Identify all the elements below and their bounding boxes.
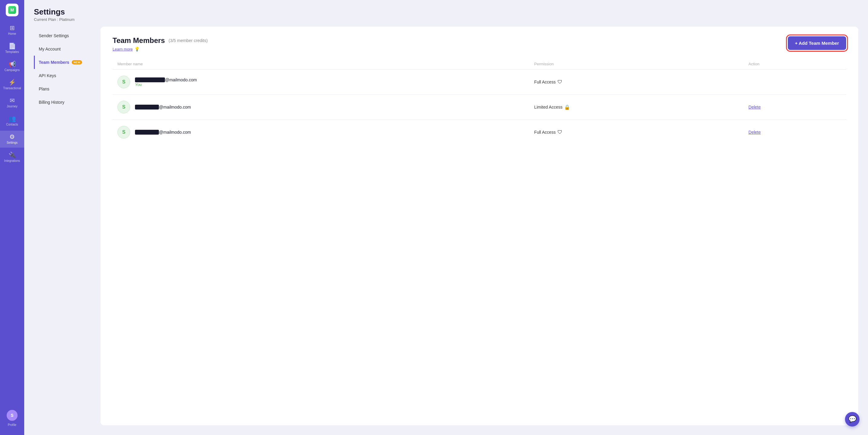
permission-cell: Full Access 🛡 [534, 130, 739, 135]
member-cell-1: S ██████████@mailmodo.com You [113, 70, 529, 95]
action-cell-2: Delete [744, 95, 846, 120]
member-email: ████████@mailmodo.com [135, 105, 191, 109]
member-email: ████████@mailmodo.com [135, 130, 191, 135]
member-cell: S ██████████@mailmodo.com You [117, 76, 525, 88]
nav-item-my-account[interactable]: My Account [34, 42, 100, 56]
member-info: ████████@mailmodo.com [135, 105, 191, 109]
sidebar-item-home[interactable]: ⊞ Home [0, 22, 24, 39]
sidebar-item-contacts[interactable]: 👥 Contacts [0, 112, 24, 130]
sidebar-item-label: Settings [7, 141, 18, 144]
member-cell-3: S ████████@mailmodo.com [113, 120, 529, 145]
page-subtitle: Current Plan : Platinum [34, 17, 858, 22]
add-team-member-button[interactable]: + Add Team Member [788, 36, 846, 50]
table-row: S ██████████@mailmodo.com You Full Acces… [113, 70, 846, 95]
sidebar-item-templates[interactable]: 📄 Templates [0, 40, 24, 57]
member-cell: S ████████@mailmodo.com [117, 126, 525, 138]
logo-letter: M [10, 7, 14, 12]
panel-title-area: Team Members (3/5 member credits) Learn … [113, 36, 208, 52]
app-logo[interactable]: M [6, 4, 19, 16]
member-you-label: You [135, 82, 197, 87]
col-member-name: Member name [113, 59, 529, 70]
member-email: ██████████@mailmodo.com [135, 77, 197, 82]
profile-label: Profile [8, 423, 17, 427]
sidebar-item-label: Contacts [6, 123, 18, 127]
email-domain: @mailmodo.com [165, 77, 197, 82]
nav-item-plans[interactable]: Plans [34, 82, 100, 96]
avatar[interactable]: S [7, 410, 18, 421]
nav-label: My Account [39, 46, 61, 52]
permission-icon: 🔒 [564, 104, 570, 110]
permission-label: Full Access [534, 79, 556, 85]
avatar-letter: S [10, 413, 13, 418]
member-credits: (3/5 member credits) [168, 38, 208, 43]
permission-cell-3: Full Access 🛡 [529, 120, 744, 145]
sidebar-item-label: Journey [7, 105, 18, 108]
email-domain: @mailmodo.com [159, 105, 191, 109]
table-row: S ████████@mailmodo.com Full Access 🛡 De… [113, 120, 846, 145]
member-cell-2: S ████████@mailmodo.com [113, 95, 529, 120]
col-action: Action [744, 59, 846, 70]
action-cell-3: Delete [744, 120, 846, 145]
nav-label: Sender Settings [39, 33, 69, 38]
permission-icon: 🛡 [557, 79, 562, 85]
panel-header: Team Members (3/5 member credits) Learn … [113, 36, 846, 52]
permission-cell-1: Full Access 🛡 [529, 70, 744, 95]
campaigns-icon: 📢 [8, 61, 16, 67]
sidebar-bottom: S Profile [0, 407, 24, 431]
members-table: Member name Permission Action S ████████… [113, 59, 846, 144]
settings-nav: Sender Settings My Account Team Members … [34, 27, 100, 425]
home-icon: ⊞ [10, 25, 15, 31]
settings-panel: Team Members (3/5 member credits) Learn … [100, 27, 858, 425]
nav-label: Plans [39, 87, 49, 91]
learn-more-row: Learn more 💡 [113, 46, 208, 52]
permission-label: Full Access [534, 130, 556, 135]
permission-cell: Limited Access 🔒 [534, 104, 739, 110]
email-redacted: ██████████ [135, 77, 165, 82]
member-avatar: S [117, 126, 130, 138]
member-info: ████████@mailmodo.com [135, 130, 191, 135]
email-domain: @mailmodo.com [159, 130, 191, 135]
member-info: ██████████@mailmodo.com You [135, 77, 197, 87]
nav-item-billing-history[interactable]: Billing History [34, 96, 100, 109]
sidebar-item-label: Campaigns [4, 68, 20, 72]
settings-icon: ⚙ [9, 134, 15, 140]
bulb-icon: 💡 [134, 46, 140, 52]
permission-cell: Full Access 🛡 [534, 79, 739, 85]
contacts-icon: 👥 [8, 115, 16, 122]
sidebar-item-label: Transactional [3, 87, 21, 90]
integrations-icon: 🔌 [8, 152, 16, 158]
learn-more-link[interactable]: Learn more [113, 47, 132, 52]
sidebar-item-label: Home [8, 32, 17, 36]
transactional-icon: ⚡ [8, 79, 16, 85]
sidebar-item-campaigns[interactable]: 📢 Campaigns [0, 58, 24, 75]
sidebar-item-journey[interactable]: ✉ Journey [0, 94, 24, 111]
permission-label: Limited Access [534, 105, 562, 109]
nav-item-api-keys[interactable]: API Keys [34, 69, 100, 82]
panel-title: Team Members [113, 36, 165, 45]
sidebar-item-integrations[interactable]: 🔌 Integrations [0, 149, 24, 166]
member-avatar: S [117, 101, 130, 113]
sidebar: M ⊞ Home 📄 Templates 📢 Campaigns ⚡ Trans… [0, 0, 24, 435]
nav-item-team-members[interactable]: Team Members NEW [34, 56, 100, 69]
sidebar-nav: ⊞ Home 📄 Templates 📢 Campaigns ⚡ Transac… [0, 22, 24, 407]
sidebar-item-label: Integrations [4, 159, 20, 163]
chat-icon: 💬 [848, 415, 857, 423]
sidebar-item-label: Templates [5, 50, 19, 54]
email-redacted: ████████ [135, 105, 159, 109]
chat-bubble[interactable]: 💬 [845, 412, 860, 427]
nav-label: Team Members [39, 60, 69, 65]
main-content: Settings Current Plan : Platinum Sender … [24, 0, 868, 435]
delete-button[interactable]: Delete [748, 130, 761, 135]
email-redacted: ████████ [135, 130, 159, 135]
content-area: Sender Settings My Account Team Members … [24, 27, 868, 435]
permission-icon: 🛡 [557, 130, 562, 135]
member-avatar: S [117, 76, 130, 88]
templates-icon: 📄 [8, 43, 16, 49]
nav-label: API Keys [39, 73, 56, 78]
permission-cell-2: Limited Access 🔒 [529, 95, 744, 120]
sidebar-item-settings[interactable]: ⚙ Settings [0, 131, 24, 147]
sidebar-item-transactional[interactable]: ⚡ Transactional [0, 76, 24, 93]
nav-item-sender-settings[interactable]: Sender Settings [34, 29, 100, 42]
delete-button[interactable]: Delete [748, 105, 761, 109]
journey-icon: ✉ [10, 97, 15, 103]
